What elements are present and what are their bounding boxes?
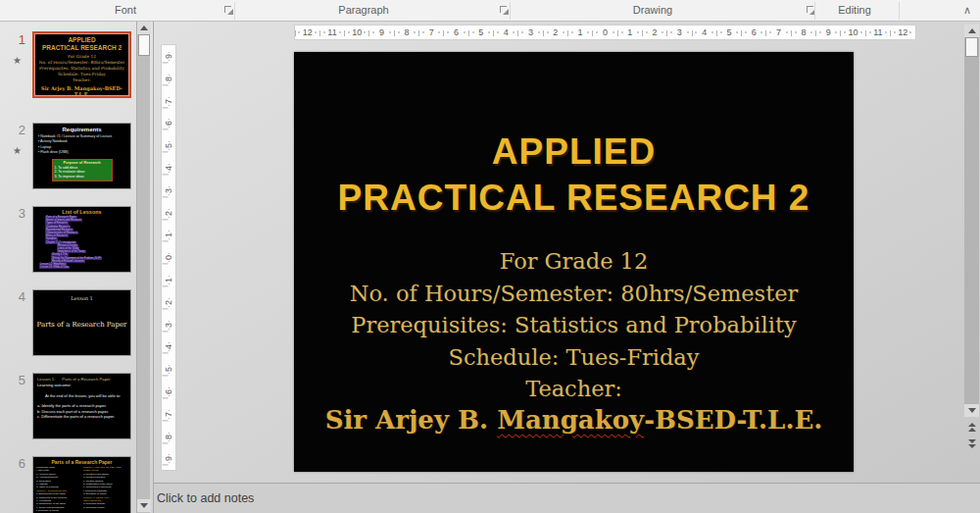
slide-title-textbox[interactable]: APPLIED PRACTICAL RESEARCH 2 [294, 128, 854, 221]
thumb2-title: Requirements [33, 127, 130, 132]
ruler-tick-label: 1 [158, 229, 180, 242]
thumb5-subtitle: Learning outcome: [37, 383, 127, 388]
ruler-tick-label: 12 [891, 26, 915, 39]
ruler-tick-label: 10 [345, 26, 369, 39]
ribbon-group-paragraph: Paragraph [338, 4, 388, 16]
slide-body-line: Teacher: [294, 373, 854, 405]
ruler-tick-label: 4 [494, 26, 518, 39]
slide-body-line: No. of Hours/Semester: 80hrs/Semester [294, 278, 854, 310]
ruler-tick-label: 8 [158, 430, 180, 443]
ruler-tick-label: 0 [593, 26, 617, 39]
thumb-outline-line: Chapter III: RESEARCH METHODOLOGY [83, 496, 128, 503]
slide-thumbnail-5[interactable]: Lesson 1: Parts of a Research Paper Lear… [32, 373, 131, 439]
font-dialog-launcher-icon[interactable] [224, 6, 234, 16]
ruler-tick-label: 5 [468, 26, 493, 39]
thumb3-title: List of Lessons [33, 209, 130, 215]
thumb-outline-line: f. Definition of Terms [36, 509, 81, 512]
ruler-tick-label: 2 [642, 26, 666, 39]
slide-number-1: 1 [8, 32, 25, 47]
ruler-tick-label: 1 [158, 273, 180, 286]
ribbon-group-editing: Editing [838, 4, 871, 16]
thumb5-header-right: Parts of a Research Paper [62, 377, 110, 382]
ruler-tick-label: 2 [543, 26, 567, 39]
thumb5-items: a. Identify the parts of a research pape… [37, 403, 127, 420]
thumb-outcome-item: c. Differentiate the parts of a research… [37, 414, 127, 420]
ruler-tick-label: 10 [841, 26, 865, 39]
teacher-name-misspelled: Mangakoy [497, 405, 644, 435]
thumb1-title: APPLIEDPRACTICAL RESEARCH 2 [34, 36, 129, 52]
ruler-tick-label: 1 [617, 26, 642, 39]
thumb5-paragraph: At the end of the lesson, you will be ab… [45, 393, 123, 398]
ruler-tick-label: 9 [369, 26, 394, 39]
ruler-tick-label: 8 [394, 26, 418, 39]
thumb-outline-line: b. Research Locale [83, 506, 128, 509]
thumbnail-scroll-up-icon[interactable] [137, 22, 151, 34]
thumb6-col1: Preliminary Pagei. Title Pageii. Approva… [36, 466, 81, 513]
ruler-tick-label: 7 [158, 94, 180, 108]
slide-teacher-line[interactable]: Sir Arjey B. Mangakoy-BSED-T.L.E. [294, 405, 854, 435]
thumb2-bullets: Notebook #1 / Lecture or Summary of Lect… [38, 134, 130, 156]
ruler-tick-label: 12 [295, 26, 319, 39]
ruler-tick-label: 3 [158, 183, 180, 197]
thumbnail-scroll-down-icon[interactable] [137, 499, 151, 512]
ruler-tick-label: 7 [419, 26, 444, 39]
thumb5-header-left: Lesson 1: [37, 377, 55, 382]
teacher-suffix: -BSED-T.L.E. [644, 405, 822, 435]
notes-placeholder[interactable]: Click to add notes [154, 484, 980, 505]
slide-number-6: 6 [8, 456, 25, 471]
thumb-title-line: APPLIED [34, 36, 129, 44]
thumb-body-line: Teacher: [34, 77, 129, 83]
ruler-tick-label: 3 [518, 26, 543, 39]
thumb2-green-box: Purpose of Research 1. To add ideas2. To… [52, 159, 113, 181]
slide-thumbnail-1[interactable]: APPLIEDPRACTICAL RESEARCH 2 For Grade 12… [32, 31, 131, 98]
ruler-tick-label: 5 [716, 26, 741, 39]
thumb-green-box-item: 3. To improve ideas [55, 175, 110, 180]
ruler-tick-label: 2 [158, 295, 180, 309]
ribbon-separator [814, 2, 815, 20]
ruler-tick-label: 0 [158, 251, 180, 265]
ruler-tick-label: 11 [319, 26, 344, 39]
slide-canvas[interactable]: APPLIED PRACTICAL RESEARCH 2 For Grade 1… [294, 52, 854, 472]
slide-number-5: 5 [8, 373, 25, 387]
ruler-tick-label: 9 [158, 452, 180, 466]
slide-thumbnail-2[interactable]: Requirements Notebook #1 / Lecture or Su… [32, 123, 131, 189]
previous-slide-button[interactable] [964, 421, 979, 436]
ruler-tick-label: 11 [865, 26, 890, 39]
slide-body-textbox[interactable]: For Grade 12No. of Hours/Semester: 80hrs… [294, 245, 854, 405]
collapse-ribbon-icon[interactable]: ∧ [956, 1, 978, 20]
ruler-tick-label: 9 [816, 26, 841, 39]
slide-thumbnail-6[interactable]: Parts of a Research Paper Preliminary Pa… [32, 456, 131, 513]
ruler-tick-label: 7 [766, 26, 791, 39]
thumbnail-scrollbar[interactable] [136, 22, 150, 513]
thumb-outline-line: Chapter II: REVIEW OF RELATED LITERATURE [83, 466, 128, 473]
ruler-tick-label: 5 [158, 139, 180, 153]
ruler-tick-label: 3 [158, 318, 180, 332]
slide-thumbnail-4[interactable]: Lesson 1 Parts of a Research Paper [32, 289, 131, 356]
thumb3-links: Parts of a Research PaperNature of Inqui… [39, 216, 130, 269]
main-scrollbar[interactable] [964, 25, 979, 417]
slide-thumbnail-panel: 1 APPLIEDPRACTICAL RESEARCH 2 For Grade … [0, 22, 154, 513]
paragraph-dialog-launcher-icon[interactable] [500, 6, 510, 16]
main-scroll-up-icon[interactable] [964, 25, 979, 37]
notes-pane[interactable]: Click to add notes [154, 483, 980, 513]
ruler-tick-label: 3 [667, 26, 692, 39]
ruler-tick-label: 1 [567, 26, 592, 39]
ribbon-separator [234, 2, 235, 20]
ruler-tick-label: 4 [692, 26, 716, 39]
thumb-bullet: Flash drive (USB) [38, 150, 130, 155]
thumbnail-scrollbar-thumb[interactable] [138, 34, 150, 56]
slide-number-2: 2 [8, 123, 25, 137]
horizontal-ruler: 1211109876543210123456789101112 [294, 25, 916, 40]
slide-number-3: 3 [8, 206, 25, 221]
slide-number-4: 4 [8, 289, 25, 304]
slide-thumbnail-3[interactable]: List of Lessons Parts of a Research Pape… [32, 206, 131, 273]
thumb1-teacher-name: Sir Arjey B. Mangakoy-BSED-T.L.E. [34, 85, 129, 97]
ribbon-separator [899, 2, 900, 20]
thumb2-green-box-items: 1. To add ideas2. To evaluate ideas3. To… [55, 166, 110, 180]
next-slide-button[interactable] [964, 437, 979, 452]
ribbon-group-drawing: Drawing [633, 4, 672, 16]
main-scrollbar-thumb[interactable] [965, 37, 978, 57]
animation-star-icon [13, 55, 22, 66]
ruler-tick-label: 6 [444, 26, 468, 39]
main-scroll-down-icon[interactable] [964, 404, 979, 417]
